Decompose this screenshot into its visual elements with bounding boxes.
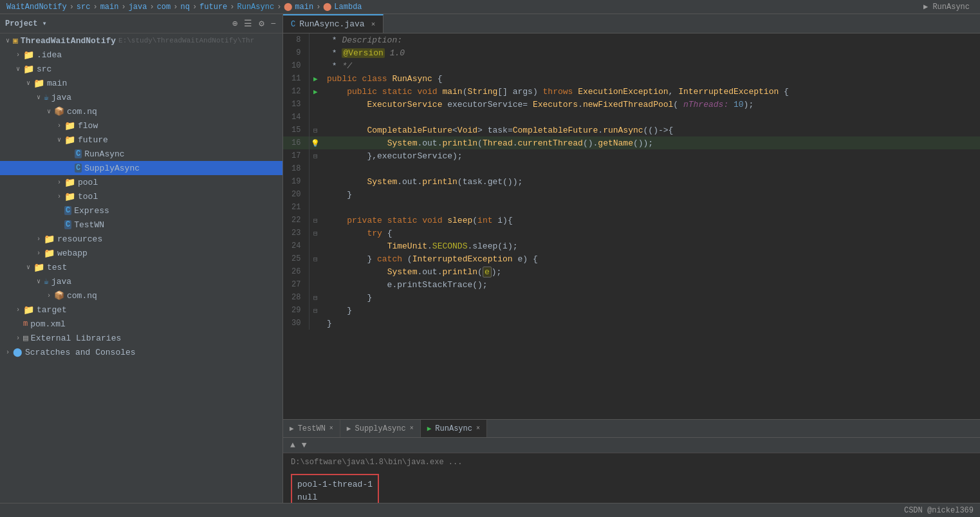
tree-item-test-java[interactable]: ∨ ☕ java bbox=[0, 274, 282, 288]
line-number: 8 bbox=[283, 33, 309, 46]
tree-item-resources[interactable]: › 📁 resources bbox=[0, 232, 282, 246]
bottom-tab-supplyasync[interactable]: ▶ SupplyAsync × bbox=[340, 420, 421, 437]
supplyasync-label: SupplyAsync bbox=[84, 164, 140, 173]
bottom-tab-close[interactable]: × bbox=[329, 425, 333, 432]
tree-item-test[interactable]: ∨ 📁 test bbox=[0, 260, 282, 274]
bottom-tab-close[interactable]: × bbox=[476, 425, 480, 432]
breadcrumb-item[interactable]: com bbox=[157, 3, 171, 12]
line-number: 22 bbox=[283, 214, 309, 227]
tree-item-supplyasync[interactable]: C SupplyAsync bbox=[0, 161, 282, 175]
run-button[interactable]: ▶ RunAsync bbox=[923, 2, 970, 12]
expand-arrow-resources: › bbox=[33, 236, 44, 243]
run-gutter-icon[interactable]: ▶ bbox=[313, 88, 318, 96]
tree-item-main[interactable]: ∨ 📁 main bbox=[0, 76, 282, 90]
code-row: 25 ⊟ } catch (InterruptedException e) { bbox=[283, 252, 980, 265]
code-row: 19 System.out.println(task.get()); bbox=[283, 175, 980, 188]
breadcrumb-item[interactable]: Lambda bbox=[334, 3, 362, 12]
expand-arrow-main: ∨ bbox=[23, 79, 33, 87]
tree-item-pool[interactable]: › 📁 pool bbox=[0, 175, 282, 189]
gutter: ⊟ bbox=[309, 291, 322, 304]
tree-item-java[interactable]: ∨ ☕ java bbox=[0, 90, 282, 104]
tab-close-icon[interactable]: × bbox=[371, 21, 376, 28]
main-layout: Project ▾ ⊕ ☰ ⚙ − ∨ ▣ ThreadWaitAndNotif… bbox=[0, 14, 980, 503]
tree-item-extlib[interactable]: › ▤ External Libraries bbox=[0, 331, 282, 345]
bottom-tab-runasync[interactable]: ▶ RunAsync × bbox=[421, 420, 487, 437]
gutter: ⊟ bbox=[309, 149, 322, 162]
sidebar-scrollbar[interactable] bbox=[0, 498, 282, 503]
bottom-tab-label: SupplyAsync bbox=[355, 424, 405, 433]
breadcrumb-item[interactable]: nq bbox=[180, 3, 189, 12]
code-row: 29 ⊟ } bbox=[283, 304, 980, 317]
bottom-tab-label: RunAsync bbox=[435, 424, 472, 433]
target-label: target bbox=[37, 305, 67, 315]
run-tab-icon: ▶ bbox=[290, 424, 294, 433]
code-row: 20 } bbox=[283, 188, 980, 201]
line-number: 17 bbox=[283, 149, 309, 162]
tab-runasync[interactable]: C RunAsync.java × bbox=[283, 14, 384, 33]
package-icon: 📦 bbox=[54, 106, 64, 117]
bulb-icon[interactable]: 💡 bbox=[311, 140, 320, 147]
settings-icon[interactable]: ⚙ bbox=[257, 17, 265, 30]
tree-item-flow[interactable]: › 📁 flow bbox=[0, 118, 282, 133]
run-tab-icon: ▶ bbox=[347, 424, 351, 433]
expand-arrow-webapp: › bbox=[33, 250, 44, 257]
folder-icon: 📁 bbox=[64, 120, 75, 131]
breadcrumb-item[interactable]: ⬤ bbox=[284, 2, 292, 12]
tree-item-target[interactable]: › 📁 target bbox=[0, 303, 282, 317]
tree-item-testwn[interactable]: C TestWN bbox=[0, 218, 282, 232]
tree-item-root[interactable]: ∨ ▣ ThreadWaitAndNotify E:\study\ThreadW… bbox=[0, 33, 282, 48]
expand-arrow-future: ∨ bbox=[54, 136, 64, 144]
sidebar-panel-title: Project ▾ bbox=[5, 19, 231, 28]
sidebar-toolbar: Project ▾ ⊕ ☰ ⚙ − bbox=[0, 14, 282, 33]
express-label: Express bbox=[74, 206, 109, 216]
collapse-icon[interactable]: ☰ bbox=[243, 17, 254, 30]
line-number: 27 bbox=[283, 278, 309, 291]
code-row: 23 ⊟ try { bbox=[283, 227, 980, 240]
bottom-tab-close[interactable]: × bbox=[410, 425, 414, 432]
line-number: 9 bbox=[283, 46, 309, 59]
tree-item-scratches[interactable]: › ⬤ Scratches and Consoles bbox=[0, 345, 282, 359]
breadcrumb-item[interactable]: WaitAndNotify bbox=[6, 3, 67, 12]
breadcrumb-item[interactable]: java bbox=[129, 3, 147, 12]
tree-item-tool[interactable]: › 📁 tool bbox=[0, 189, 282, 203]
code-line: * Description: bbox=[322, 33, 980, 46]
breadcrumb-item[interactable]: main bbox=[100, 3, 119, 12]
run-gutter-icon[interactable]: ▶ bbox=[313, 75, 318, 83]
tree-item-idea[interactable]: › 📁 .idea bbox=[0, 48, 282, 62]
tree-item-runasync[interactable]: C RunAsync bbox=[0, 147, 282, 161]
code-editor[interactable]: 8 * Description: 9 * @Version 1.0 10 * *… bbox=[283, 33, 980, 419]
tree-item-test-comnq[interactable]: › 📦 com.nq bbox=[0, 288, 282, 303]
code-line bbox=[322, 111, 980, 124]
locate-icon[interactable]: ⊕ bbox=[231, 17, 239, 30]
code-line: System.out.println(Thread.currentThread(… bbox=[322, 136, 980, 149]
minimize-icon[interactable]: − bbox=[270, 17, 277, 30]
breadcrumb-item[interactable]: main bbox=[295, 3, 313, 12]
java-file-icon: C bbox=[75, 164, 82, 173]
test-comnq-label: com.nq bbox=[67, 291, 97, 301]
tree-item-src[interactable]: ∨ 📁 src bbox=[0, 62, 282, 76]
tree-item-comnq[interactable]: ∨ 📦 com.nq bbox=[0, 104, 282, 118]
folder-icon: 📁 bbox=[33, 78, 44, 89]
future-label: future bbox=[78, 135, 108, 145]
tree-item-webapp[interactable]: › 📁 webapp bbox=[0, 246, 282, 260]
expand-arrow-pool: › bbox=[54, 179, 64, 186]
code-row: 15 ⊟ CompletableFuture<Void> task=Comple… bbox=[283, 124, 980, 136]
tree-item-future[interactable]: ∨ 📁 future bbox=[0, 133, 282, 147]
line-number: 30 bbox=[283, 317, 309, 330]
tree-item-express[interactable]: C Express bbox=[0, 203, 282, 218]
tree-item-pom[interactable]: m pom.xml bbox=[0, 317, 282, 331]
scroll-down-btn[interactable]: ▼ bbox=[300, 440, 309, 451]
bottom-tabs: ▶ TestWN × ▶ SupplyAsync × ▶ RunAsync × bbox=[283, 420, 980, 438]
gutter bbox=[309, 111, 322, 124]
gutter bbox=[309, 46, 322, 59]
breadcrumb-item[interactable]: future bbox=[199, 3, 227, 12]
scroll-up-btn[interactable]: ▲ bbox=[288, 440, 297, 451]
project-root-label: ThreadWaitAndNotify bbox=[21, 36, 116, 46]
breadcrumb-item[interactable]: src bbox=[77, 3, 91, 12]
java-src-icon: ☕ bbox=[44, 276, 49, 287]
breadcrumb-item[interactable]: ⬤ bbox=[323, 2, 331, 12]
java-file-icon: C bbox=[75, 149, 82, 158]
bottom-tab-testwn[interactable]: ▶ TestWN × bbox=[283, 420, 340, 437]
breadcrumb-item[interactable]: RunAsync bbox=[237, 3, 275, 12]
folder-icon: 📁 bbox=[23, 305, 34, 315]
